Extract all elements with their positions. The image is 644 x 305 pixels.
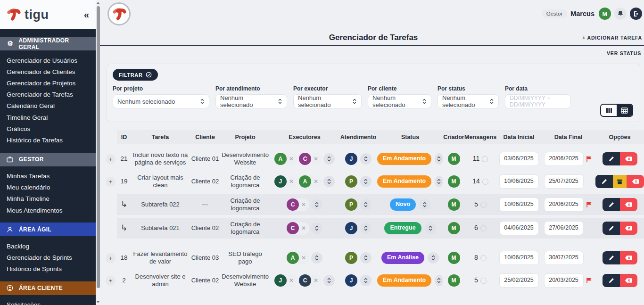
- select-chevron-button[interactable]: [435, 275, 443, 286]
- expand-row-button[interactable]: +: [106, 253, 116, 263]
- select-chevron-button[interactable]: [360, 275, 372, 286]
- sidebar-item[interactable]: Calendário Geral: [0, 100, 96, 112]
- sidebar-section-header[interactable]: ⚙︎ADMINISTRADOR GERAL: [0, 37, 96, 50]
- chat-bubble-icon[interactable]: [480, 225, 487, 231]
- sidebar-item[interactable]: Histórico de Tarefas: [0, 134, 96, 146]
- sidebar-section-header[interactable]: ÁREA CLIENTE: [0, 281, 96, 295]
- chevrons-left-icon[interactable]: «: [84, 9, 89, 20]
- notifications-button[interactable]: [614, 8, 627, 20]
- date-range-input[interactable]: DD/MM/YYYY ~ DD/MM/YYYY: [505, 94, 571, 108]
- delete-task-button[interactable]: [620, 222, 637, 235]
- remove-executor-button[interactable]: ✕: [289, 156, 294, 163]
- delete-task-button[interactable]: [627, 175, 644, 188]
- select-chevron-button[interactable]: [360, 199, 372, 210]
- sidebar-item[interactable]: Gerenciador de Tarefas: [0, 89, 96, 100]
- table-view-button[interactable]: [617, 105, 632, 116]
- edit-task-button[interactable]: [603, 274, 620, 287]
- select-chevron-button[interactable]: [419, 199, 430, 210]
- sidebar-item[interactable]: Backlog: [0, 240, 96, 252]
- scroll-up-icon[interactable]: [96, 0, 100, 6]
- select-chevron-button[interactable]: [435, 153, 443, 165]
- remove-executor-button[interactable]: ✕: [301, 225, 306, 232]
- select-chevron-button[interactable]: [311, 252, 322, 264]
- select-chevron-button[interactable]: [323, 275, 335, 286]
- remove-executor-button[interactable]: ✕: [314, 178, 318, 185]
- sidebar-item[interactable]: Meu calendário: [0, 182, 96, 193]
- filter-select[interactable]: Nenhum selecionado: [368, 94, 431, 108]
- chat-bubble-icon[interactable]: [482, 179, 488, 185]
- delete-task-button[interactable]: [620, 152, 637, 165]
- edit-task-button[interactable]: [603, 198, 620, 211]
- delete-task-button[interactable]: [620, 198, 637, 211]
- remove-executor-button[interactable]: ✕: [314, 156, 318, 163]
- ver-status-button[interactable]: VER STATUS: [100, 46, 644, 56]
- sidebar-item[interactable]: Histórico de Sprints: [0, 264, 96, 275]
- filter-select[interactable]: Nenhum selecionado: [215, 94, 287, 108]
- remove-executor-button[interactable]: ✕: [289, 277, 294, 284]
- sidebar-item[interactable]: Gráficos: [0, 123, 96, 134]
- delete-task-button[interactable]: [620, 274, 637, 287]
- remove-executor-button[interactable]: ✕: [314, 277, 318, 284]
- sidebar-section-header[interactable]: ÁREA ÁGIL: [0, 223, 96, 236]
- scroll-down-icon[interactable]: [96, 299, 100, 305]
- select-chevron-button[interactable]: [311, 199, 322, 210]
- start-date-input[interactable]: 10/06/2025: [499, 198, 539, 212]
- select-chevron-button[interactable]: [311, 223, 322, 234]
- sidebar-item[interactable]: Minha Timeline: [0, 193, 96, 205]
- remove-executor-button[interactable]: ✕: [301, 255, 306, 262]
- edit-task-button[interactable]: [603, 222, 620, 235]
- columns-view-button[interactable]: [601, 105, 617, 116]
- chat-bubble-icon[interactable]: [482, 156, 488, 162]
- sidebar-item[interactable]: Minhas Tarefas: [0, 171, 96, 182]
- start-date-input[interactable]: 10/06/2025: [499, 251, 539, 265]
- select-chevron-button[interactable]: [360, 223, 372, 234]
- select-chevron-button[interactable]: [323, 153, 335, 165]
- end-date-input[interactable]: 27/06/2025: [544, 221, 584, 235]
- sidebar-item[interactable]: Timeline Geral: [0, 112, 96, 123]
- filter-select[interactable]: Nenhum selecionado: [293, 94, 362, 108]
- sidebar-scrollbar[interactable]: [96, 0, 100, 305]
- end-date-input[interactable]: 20/03/2025: [544, 273, 584, 288]
- end-date-input[interactable]: 25/07/2025: [544, 174, 584, 189]
- edit-task-button[interactable]: [603, 152, 620, 165]
- end-date-input[interactable]: 30/07/2025: [544, 251, 584, 265]
- scrollbar-thumb[interactable]: [97, 6, 100, 288]
- select-chevron-button[interactable]: [360, 153, 372, 165]
- end-date-input[interactable]: 20/06/2025: [544, 152, 584, 166]
- select-chevron-button[interactable]: [425, 223, 436, 234]
- select-chevron-button[interactable]: [323, 176, 335, 187]
- edit-task-button[interactable]: [595, 175, 613, 188]
- select-chevron-button[interactable]: [435, 176, 443, 187]
- chat-bubble-icon[interactable]: [480, 278, 487, 284]
- chat-bubble-icon[interactable]: [480, 202, 487, 208]
- select-chevron-button[interactable]: [360, 176, 372, 187]
- start-date-input[interactable]: 03/06/2025: [499, 152, 539, 166]
- select-chevron-button[interactable]: [360, 252, 372, 264]
- remove-executor-button[interactable]: ✕: [301, 201, 306, 208]
- filter-select[interactable]: Nenhum selecionado: [113, 94, 209, 108]
- sidebar-item[interactable]: Solicitações: [0, 299, 96, 305]
- expand-row-button[interactable]: +: [106, 276, 116, 286]
- archive-task-button[interactable]: [613, 175, 627, 188]
- expand-row-button[interactable]: +: [106, 177, 116, 187]
- edit-task-button[interactable]: [603, 251, 620, 264]
- start-date-input[interactable]: 25/02/2025: [499, 273, 539, 288]
- user-avatar[interactable]: M: [599, 8, 611, 20]
- delete-task-button[interactable]: [620, 251, 637, 264]
- sidebar-section-header[interactable]: GESTOR: [0, 153, 96, 166]
- filter-select[interactable]: Nenhum selecionado: [438, 94, 499, 108]
- sidebar-item[interactable]: Gerenciador de Projetos: [0, 77, 96, 89]
- sidebar-item[interactable]: Meus Atendimentos: [0, 205, 96, 216]
- chat-bubble-icon[interactable]: [480, 255, 487, 261]
- sidebar-item[interactable]: Gerenciador de Usuários: [0, 55, 96, 66]
- filter-button[interactable]: FILTRAR: [113, 69, 158, 81]
- end-date-input[interactable]: 20/06/2025: [544, 198, 584, 212]
- start-date-input[interactable]: 04/06/2025: [499, 221, 539, 235]
- sidebar-item[interactable]: Gerenciador de Clientes: [0, 66, 96, 77]
- start-date-input[interactable]: 10/06/2025: [499, 174, 539, 189]
- select-chevron-button[interactable]: [428, 252, 439, 264]
- remove-executor-button[interactable]: ✕: [289, 178, 294, 185]
- expand-row-button[interactable]: +: [106, 154, 116, 164]
- sidebar-item[interactable]: Gerenciador de Sprints: [0, 252, 96, 263]
- logout-button[interactable]: [630, 8, 642, 20]
